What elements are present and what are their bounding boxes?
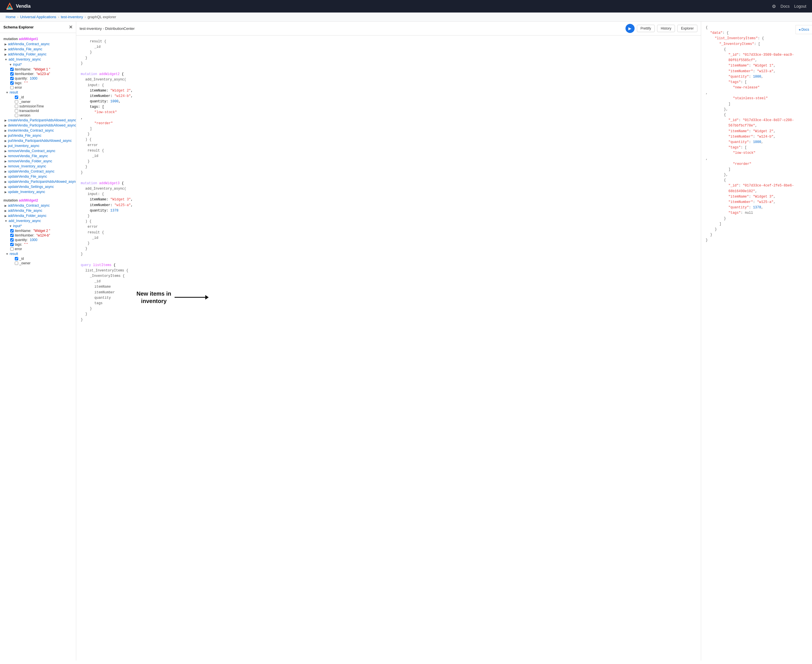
sidebar-field-itemnumber-1: itemNumber: "w123-a" bbox=[0, 72, 76, 76]
result-json: { "data": { "list_InventoryItems": { "_I… bbox=[706, 25, 807, 243]
sidebar-title: Schema Explorer bbox=[3, 25, 34, 29]
editor-content[interactable]: result { _id } } } mutation addWidget2 {… bbox=[76, 36, 701, 661]
logo-area: Vendia bbox=[6, 2, 31, 10]
sidebar-field-owner-1: _owner bbox=[0, 99, 76, 104]
docs-sidebar-area: ◂ Docs bbox=[796, 21, 812, 661]
cb-subtime-1[interactable] bbox=[15, 104, 18, 108]
sidebar-field-quantity-1: quantity: 1000 bbox=[0, 76, 76, 81]
sidebar-item-inventory-1[interactable]: ▼add_Inventory_async bbox=[0, 57, 76, 62]
vendia-logo-icon bbox=[6, 2, 14, 10]
cb-quantity-2[interactable] bbox=[10, 238, 14, 242]
docs-sidebar-button[interactable]: ◂ Docs bbox=[796, 25, 812, 34]
sidebar-item-update-inventory[interactable]: ▶update_Inventory_async bbox=[0, 189, 76, 194]
breadcrumb-node[interactable]: test-inventory bbox=[61, 15, 83, 19]
editor-pane: test-inventory - DistributionCenter ▶ Pr… bbox=[76, 21, 701, 661]
sidebar-field-version-1: version bbox=[0, 113, 76, 118]
sidebar-content: mutation addWidget1 ▶addVendia_Contract_… bbox=[0, 33, 76, 268]
sidebar-field-txid-1: transactionId bbox=[0, 109, 76, 113]
cb-version-1[interactable] bbox=[15, 114, 18, 117]
sidebar-field-error-1: error bbox=[0, 85, 76, 90]
sidebar-item-remove-contract[interactable]: ▶removeVendia_Contract_async bbox=[0, 148, 76, 153]
history-button[interactable]: History bbox=[657, 25, 675, 32]
sidebar-field-error-2: error bbox=[0, 247, 76, 251]
editor-toolbar: test-inventory - DistributionCenter ▶ Pr… bbox=[76, 21, 701, 36]
breadcrumb-home[interactable]: Home bbox=[6, 15, 16, 19]
sidebar-item-put-inventory[interactable]: ▶put_Inventory_async bbox=[0, 143, 76, 148]
breadcrumb-sep3: › bbox=[85, 15, 86, 19]
sidebar-item-folder-1[interactable]: ▶addVendia_Folder_async bbox=[0, 52, 76, 57]
sidebar-item-update-settings[interactable]: ▶updateVendia_Settings_async bbox=[0, 184, 76, 189]
sidebar-field-subtime-1: submissionTime bbox=[0, 104, 76, 109]
sidebar-result-2[interactable]: ▼result bbox=[0, 251, 76, 256]
sidebar-item-file-2[interactable]: ▶addVendia_File_async bbox=[0, 208, 76, 213]
prettify-button[interactable]: Prettify bbox=[637, 25, 655, 32]
sidebar-item-contract-2[interactable]: ▶addVendia_Contract_async bbox=[0, 203, 76, 208]
sidebar-item-put-file[interactable]: ▶putVendia_File_async bbox=[0, 133, 76, 138]
mutation-kw-1: mutation bbox=[3, 37, 19, 41]
breadcrumb-current: graphQL explorer bbox=[88, 15, 116, 19]
sidebar-field-owner-2: _owner bbox=[0, 261, 76, 265]
logout-link[interactable]: Logout bbox=[794, 4, 806, 8]
cb-tags-1[interactable] bbox=[10, 81, 14, 85]
code-block: result { _id } } } mutation addWidget2 {… bbox=[81, 39, 696, 322]
docs-link[interactable]: Docs bbox=[780, 4, 789, 8]
sidebar-field-tags-2: tags: " " bbox=[0, 242, 76, 247]
sidebar-field-itemname-2: itemName: "Widget 2 " bbox=[0, 228, 76, 233]
cb-tags-2[interactable] bbox=[10, 243, 14, 246]
cb-itemname-2[interactable] bbox=[10, 229, 14, 233]
sidebar-item-input-1[interactable]: ▼input* bbox=[0, 62, 76, 67]
sidebar-item-delete-participant[interactable]: ▶deleteVendia_ParticipantAddsAllowed_asy… bbox=[0, 123, 76, 128]
cb-owner-2[interactable] bbox=[15, 262, 18, 265]
schema-explorer-sidebar: Schema Explorer ✕ mutation addWidget1 ▶a… bbox=[0, 21, 76, 661]
sidebar-item-contract-1[interactable]: ▶addVendia_Contract_async bbox=[0, 41, 76, 47]
sidebar-item-invoke-contract[interactable]: ▶invokeVendia_Contract_async bbox=[0, 128, 76, 133]
cb-itemnumber-2[interactable] bbox=[10, 234, 14, 237]
breadcrumb-universal-apps[interactable]: Universal Applications bbox=[20, 15, 56, 19]
sidebar-header: Schema Explorer ✕ bbox=[0, 21, 76, 33]
sidebar-item-inventory-2[interactable]: ▼add_Inventory_async bbox=[0, 218, 76, 223]
sidebar-item-remove-file[interactable]: ▶removeVendia_File_async bbox=[0, 153, 76, 159]
sidebar-field-id-1: _id bbox=[0, 95, 76, 99]
cb-error-2[interactable] bbox=[10, 247, 14, 251]
cb-quantity-1[interactable] bbox=[10, 77, 14, 80]
sidebar-item-create-participant[interactable]: ▶createVendia_ParticipantAddsAllowed_asy… bbox=[0, 118, 76, 123]
cb-itemnumber-1[interactable] bbox=[10, 72, 14, 76]
sidebar-item-update-file[interactable]: ▶updateVendia_File_async bbox=[0, 174, 76, 179]
sidebar-item-put-participant[interactable]: ▶putVendia_ParticipantAddsAllowed_async bbox=[0, 138, 76, 143]
editor-title: test-inventory - DistributionCenter bbox=[80, 26, 623, 31]
app-name: Vendia bbox=[16, 4, 31, 9]
sidebar-item-input-2[interactable]: ▼input* bbox=[0, 223, 76, 228]
main-layout: Schema Explorer ✕ mutation addWidget1 ▶a… bbox=[0, 21, 812, 661]
cb-id-2[interactable] bbox=[15, 257, 18, 260]
mutation-name-2[interactable]: addWidget2 bbox=[19, 199, 38, 202]
mutation-kw-2: mutation bbox=[3, 199, 19, 202]
run-button[interactable]: ▶ bbox=[625, 24, 635, 33]
cb-id-1[interactable] bbox=[15, 96, 18, 99]
sidebar-item-remove-folder[interactable]: ▶removeVendia_Folder_async bbox=[0, 159, 76, 164]
sidebar-result-1[interactable]: ▼result bbox=[0, 90, 76, 95]
breadcrumb-sep2: › bbox=[58, 15, 59, 19]
sidebar-field-quantity-2: quantity: 1000 bbox=[0, 238, 76, 242]
cb-itemname-1[interactable] bbox=[10, 68, 14, 71]
mutation-label-1: mutation addWidget1 bbox=[0, 35, 76, 41]
mutation-name-1[interactable]: addWidget1 bbox=[19, 37, 38, 41]
nav-right: ⚙ Docs Logout bbox=[772, 4, 806, 9]
cb-error-1[interactable] bbox=[10, 86, 14, 89]
breadcrumb: Home › Universal Applications › test-inv… bbox=[0, 13, 812, 21]
sidebar-item-remove-inventory[interactable]: ▶remove_Inventory_async bbox=[0, 164, 76, 169]
docs-sidebar-label: Docs bbox=[801, 28, 809, 31]
breadcrumb-sep1: › bbox=[17, 15, 18, 19]
explorer-button[interactable]: Explorer bbox=[677, 25, 697, 32]
cb-owner-1[interactable] bbox=[15, 100, 18, 104]
settings-icon[interactable]: ⚙ bbox=[772, 4, 776, 9]
sidebar-item-folder-2[interactable]: ▶addVendia_Folder_async bbox=[0, 213, 76, 218]
sidebar-field-itemname-1: itemName: "Widget 1 " bbox=[0, 67, 76, 72]
sidebar-item-file-1[interactable]: ▶addVendia_File_async bbox=[0, 47, 76, 52]
sidebar-item-update-participant[interactable]: ▶updateVendia_ParticipantAddsAllowed_asy… bbox=[0, 179, 76, 184]
cb-txid-1[interactable] bbox=[15, 109, 18, 112]
sidebar-field-id-2: _id bbox=[0, 256, 76, 261]
sidebar-field-itemnumber-2: itemNumber: "w124-b" bbox=[0, 233, 76, 238]
sidebar-item-update-contract[interactable]: ▶updateVendia_Contract_async bbox=[0, 169, 76, 174]
close-icon[interactable]: ✕ bbox=[69, 24, 73, 30]
top-nav: Vendia ⚙ Docs Logout bbox=[0, 0, 812, 13]
